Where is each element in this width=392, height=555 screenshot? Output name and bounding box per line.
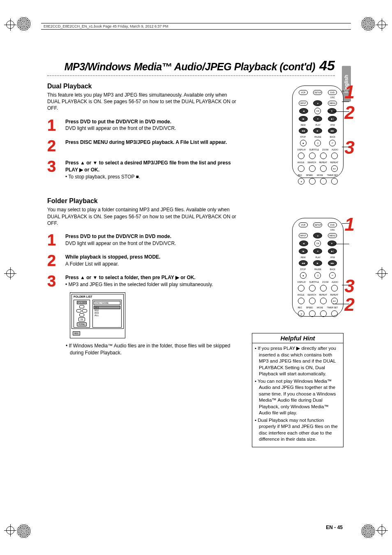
page-title: MP3/Windows Media™ Audio/JPEG Playback (…: [47, 61, 315, 73]
mode-label: MODE: [317, 306, 323, 309]
step-number: 1: [47, 233, 65, 247]
step-number: 2: [47, 254, 65, 268]
rec-button: ●: [298, 310, 304, 317]
dvd-button: DVD: [328, 222, 337, 227]
timerset-button: [331, 178, 338, 185]
folder-list-nav: FOLDER OK TOTA: [74, 300, 90, 328]
step-instruction: Press ▲ or ▼ to select a desired MP3/JPE…: [65, 160, 236, 173]
speed-label: SPEED: [306, 306, 313, 309]
crop-mark: [376, 18, 388, 31]
callout-3: 3: [345, 276, 355, 296]
callout-2: 2: [345, 102, 355, 123]
pause-button: ||: [314, 272, 321, 279]
angle-button: [298, 298, 304, 304]
pause-button: ||: [314, 140, 321, 146]
crop-mark: [4, 18, 16, 31]
speed-button: [309, 310, 316, 317]
step-number: 3: [47, 274, 65, 288]
setup-button: SETUP: [313, 90, 322, 95]
page-title-row: MP3/Windows Media™ Audio/JPEG Playback (…: [47, 58, 335, 76]
menu-button: MENU: [328, 233, 337, 238]
pause-label: PAUSE: [314, 136, 321, 138]
play-button: ▶: [313, 260, 322, 266]
search-button: [309, 165, 316, 172]
up-button: ▲: [313, 100, 322, 106]
callout-line: [342, 102, 349, 102]
angle-button: [298, 165, 304, 172]
next-button: ▶|: [328, 248, 337, 254]
rew-label: REW: [301, 256, 306, 259]
timerset-button: [331, 310, 338, 317]
folder-item: ALL: [94, 314, 120, 317]
repeat2-label: REPEAT: [330, 161, 339, 164]
zoom-label: ZOOM: [322, 281, 328, 283]
nav-button: [82, 309, 87, 312]
display-label: DISPLAY: [297, 148, 306, 151]
back-label: BACK: [330, 136, 336, 138]
display-label: DISPLAY: [297, 281, 306, 283]
hint-item: You can not play Windows Media™ Audio an…: [255, 378, 341, 416]
crop-mark: [376, 524, 388, 536]
step-instruction: While playback is stopped, press MODE.: [65, 254, 236, 261]
callout-2: 2: [345, 294, 355, 315]
callout-3: 3: [345, 137, 355, 158]
setup-button: SETUP: [313, 222, 322, 227]
audio-label: AUDIO: [332, 281, 338, 283]
folder-step-1: 1 Press DVD to put the DVD/VCR in DVD mo…: [47, 233, 236, 247]
audio-button: [331, 153, 338, 159]
registration-mark: [361, 524, 376, 539]
page-number: 45: [319, 58, 335, 74]
print-header-text: E8E2CCD_E8E2CCH_EN_v1.book Page 45 Frida…: [44, 24, 168, 28]
angle-label: ANGLE: [297, 161, 304, 164]
timerset-label: TIMER SET: [327, 174, 338, 176]
callout-line: [333, 304, 349, 304]
left-button: ◀: [299, 108, 308, 114]
helpful-hint-title: Helpful Hint: [252, 333, 343, 343]
ab-button: A-B: [331, 298, 338, 304]
callout-line: [342, 223, 349, 224]
folder-step-3: 3 Press ▲ or ▼ to select a folder, then …: [47, 274, 236, 288]
rew-button: ◀◀: [299, 260, 308, 266]
input-button: INPUT: [299, 101, 308, 106]
step-detail: • MP3 and JPEG files in the selected fol…: [65, 281, 236, 288]
folder-playback-intro: You may select to play a folder containi…: [47, 206, 236, 227]
disc-label: DISC: [296, 97, 335, 99]
zoom-button: [320, 285, 327, 291]
back-button: ↶: [329, 140, 336, 146]
display-button: [298, 285, 304, 291]
timerset-label: TIMER SET: [327, 306, 338, 309]
folder-list-diagram: FOLDER LIST FOLDER: [70, 292, 125, 338]
ok-label: OK: [78, 317, 85, 321]
callout-line: [342, 285, 349, 285]
nav-button: [79, 313, 84, 317]
folder-list-title: FOLDER LIST: [72, 294, 123, 299]
step-number: 1: [47, 118, 65, 132]
ffw-label: FFW: [330, 124, 335, 126]
up-button: ▲: [313, 233, 322, 238]
folder-item: 001: [94, 306, 120, 309]
speed-label: SPEED: [306, 174, 313, 176]
step-detail: A Folder List will appear.: [65, 261, 236, 268]
stop-label: STOP: [300, 268, 306, 271]
nav-button: [79, 305, 84, 308]
pause-label: PAUSE: [314, 268, 321, 271]
step-instruction: Press ▲ or ▼ to select a folder, then pr…: [65, 274, 236, 281]
down-button: ▼: [313, 116, 322, 122]
prev-button: |◀: [299, 116, 308, 122]
menu-button: MENU: [328, 101, 337, 106]
helpful-hint-body: If you press PLAY ▶ directly after you i…: [252, 343, 343, 447]
stop-button: ■: [300, 272, 307, 279]
play-label: PLAY: [316, 124, 321, 126]
crop-mark: [4, 524, 16, 536]
registration-mark: [16, 16, 31, 31]
registration-mark: [361, 16, 376, 31]
rec-label: REC: [298, 306, 302, 309]
step-detail: DVD light will appear on the front of th…: [65, 125, 236, 132]
ab-button: A-B: [331, 165, 338, 172]
folder-note: • If Windows Media™ Audio files are in t…: [47, 342, 236, 356]
search-button: [309, 298, 316, 304]
dual-step-1: 1 Press DVD to put the DVD/VCR in DVD mo…: [47, 118, 236, 132]
back-button: ↶: [329, 272, 336, 279]
print-header-bar: E8E2CCD_E8E2CCH_EN_v1.book Page 45 Frida…: [41, 23, 351, 30]
play-button: ▶: [313, 128, 322, 134]
